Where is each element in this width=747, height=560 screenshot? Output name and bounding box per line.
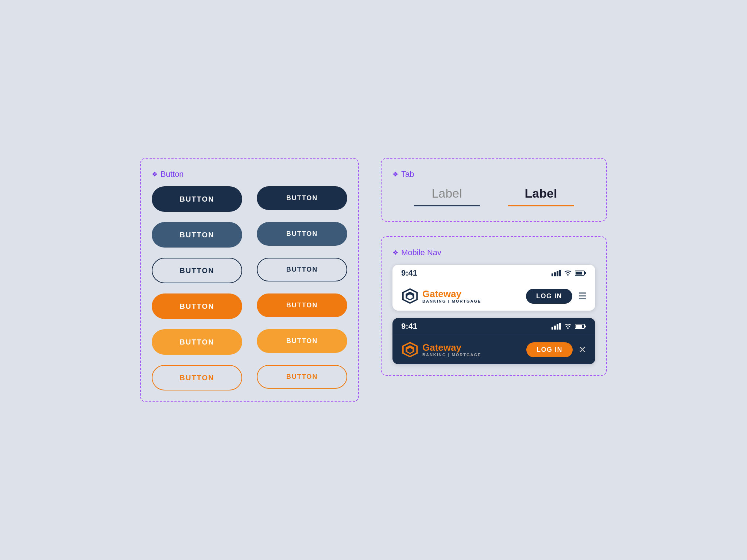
tab-container: Label Label bbox=[392, 186, 595, 210]
battery-icon-light bbox=[575, 270, 587, 276]
gateway-logo-dark: Gateway BANKING | MORTGAGE bbox=[401, 341, 481, 358]
tab-underline-dark bbox=[414, 205, 480, 206]
button-section-label: Button bbox=[152, 170, 347, 179]
svg-rect-1 bbox=[554, 272, 556, 276]
login-btn-light[interactable]: LOG IN bbox=[526, 289, 572, 304]
wifi-icon-dark bbox=[564, 323, 572, 329]
svg-rect-2 bbox=[557, 271, 558, 276]
btn-orange-filled-small[interactable]: BUTTON bbox=[257, 293, 347, 317]
svg-rect-11 bbox=[551, 327, 553, 330]
svg-rect-13 bbox=[557, 324, 558, 330]
gateway-logo-light: Gateway BANKING | MORTGAGE bbox=[401, 287, 481, 305]
gateway-brand-light: Gateway bbox=[422, 289, 481, 299]
hamburger-icon[interactable]: ☰ bbox=[578, 291, 587, 302]
status-icons-dark bbox=[551, 323, 587, 330]
nav-bar-light: Gateway BANKING | MORTGAGE LOG IN ☰ bbox=[392, 281, 595, 311]
nav-bar-dark: Gateway BANKING | MORTGAGE LOG IN ✕ bbox=[392, 335, 595, 364]
right-column: Tab Label Label Mobile Nav bbox=[381, 158, 607, 376]
tab-item-1[interactable]: Label bbox=[400, 186, 494, 206]
status-bar-dark: 9:41 bbox=[392, 318, 595, 335]
login-btn-dark[interactable]: LOG IN bbox=[526, 342, 573, 357]
btn-orange-filled-large[interactable]: BUTTON bbox=[152, 293, 242, 319]
btn-orange-light-large[interactable]: BUTTON bbox=[152, 329, 242, 355]
btn-orange-outline-large[interactable]: BUTTON bbox=[152, 365, 242, 390]
gateway-text-dark: Gateway BANKING | MORTGAGE bbox=[422, 342, 481, 357]
btn-orange-outline-small[interactable]: BUTTON bbox=[257, 365, 347, 389]
gateway-icon-light bbox=[401, 287, 419, 305]
svg-rect-0 bbox=[551, 273, 553, 276]
mobile-nav-section-label: Mobile Nav bbox=[392, 248, 595, 257]
signal-icon-dark bbox=[551, 323, 561, 330]
tab-panel: Tab Label Label bbox=[381, 158, 607, 222]
tab-item-2[interactable]: Label bbox=[494, 186, 588, 206]
time-dark: 9:41 bbox=[401, 322, 417, 331]
wifi-icon-light bbox=[564, 270, 572, 276]
mobile-frames-container: 9:41 bbox=[392, 265, 595, 364]
tab-section-label: Tab bbox=[392, 170, 595, 179]
gateway-brand-dark: Gateway bbox=[422, 342, 481, 353]
time-light: 9:41 bbox=[401, 268, 417, 278]
btn-navy-filled-small[interactable]: BUTTON bbox=[257, 186, 347, 210]
btn-navy-muted-small[interactable]: BUTTON bbox=[257, 222, 347, 246]
button-panel: Button BUTTON BUTTON BUTTON BUTTON BUTTO… bbox=[140, 158, 359, 402]
btn-navy-muted-large[interactable]: BUTTON bbox=[152, 222, 242, 248]
btn-orange-light-small[interactable]: BUTTON bbox=[257, 329, 347, 353]
gateway-text-light: Gateway BANKING | MORTGAGE bbox=[422, 289, 481, 304]
svg-rect-6 bbox=[576, 272, 582, 275]
gateway-subtitle-light: BANKING | MORTGAGE bbox=[422, 299, 481, 303]
status-icons-light bbox=[551, 270, 587, 276]
svg-rect-18 bbox=[585, 326, 586, 327]
signal-icon-light bbox=[551, 270, 561, 276]
mobile-frame-dark: 9:41 bbox=[392, 318, 595, 364]
gateway-subtitle-dark: BANKING | MORTGAGE bbox=[422, 353, 481, 357]
btn-navy-filled-large[interactable]: BUTTON bbox=[152, 186, 242, 212]
tab-underline-orange bbox=[508, 205, 574, 206]
mobile-frame-light: 9:41 bbox=[392, 265, 595, 311]
svg-point-4 bbox=[567, 274, 569, 276]
status-bar-light: 9:41 bbox=[392, 265, 595, 281]
svg-rect-7 bbox=[585, 272, 586, 274]
btn-outline-dark-small[interactable]: BUTTON bbox=[257, 258, 347, 281]
mobile-nav-panel: Mobile Nav 9:41 bbox=[381, 236, 607, 376]
button-grid: BUTTON BUTTON BUTTON BUTTON BUTTON BUTTO… bbox=[152, 186, 347, 390]
svg-rect-17 bbox=[576, 325, 582, 328]
gateway-icon-dark bbox=[401, 341, 419, 358]
close-icon[interactable]: ✕ bbox=[578, 344, 587, 355]
main-layout: Button BUTTON BUTTON BUTTON BUTTON BUTTO… bbox=[125, 143, 622, 417]
svg-rect-3 bbox=[559, 270, 561, 276]
btn-outline-dark-large[interactable]: BUTTON bbox=[152, 258, 242, 283]
svg-rect-14 bbox=[559, 323, 561, 330]
battery-icon-dark bbox=[575, 323, 587, 330]
svg-rect-12 bbox=[554, 326, 556, 330]
svg-point-15 bbox=[567, 327, 569, 329]
